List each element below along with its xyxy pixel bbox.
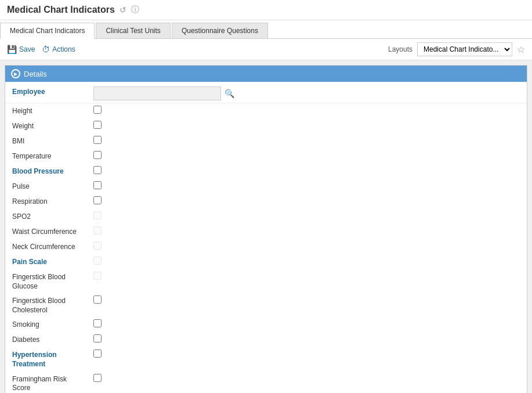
control-respiration xyxy=(93,196,520,204)
form-body: Employee 🔍 Height Weight xyxy=(5,82,527,393)
checkbox-waist-circumference[interactable] xyxy=(93,226,102,235)
label-spo2: SPO2 xyxy=(12,211,93,222)
form-row-weight: Weight xyxy=(5,118,527,134)
checkbox-pulse[interactable] xyxy=(93,181,102,189)
checkbox-pain-scale[interactable] xyxy=(93,257,102,265)
label-employee: Employee xyxy=(12,86,93,97)
control-blood-pressure xyxy=(93,166,520,174)
star-icon[interactable]: ☆ xyxy=(517,44,525,55)
control-weight xyxy=(93,121,520,129)
checkbox-neck-circumference[interactable] xyxy=(93,241,102,250)
label-smoking: Smoking xyxy=(12,319,93,330)
label-fingerstick-blood-cholesterol: Fingerstick BloodCholesterol xyxy=(12,295,93,315)
label-waist-circumference: Waist Circumference xyxy=(12,226,93,237)
tab-medical-chart[interactable]: Medical Chart Indicators xyxy=(0,23,95,39)
control-diabetes xyxy=(93,334,520,342)
toolbar-left: 💾 Save ⏱ Actions xyxy=(7,45,75,54)
form-row-diabetes: Diabetes xyxy=(5,332,527,347)
label-neck-circumference: Neck Circumference xyxy=(12,241,93,252)
control-smoking xyxy=(93,319,520,327)
control-employee: 🔍 xyxy=(93,86,520,100)
checkbox-fingerstick-blood-glucose[interactable] xyxy=(93,272,102,280)
checkbox-respiration[interactable] xyxy=(93,196,102,204)
section-title: Details xyxy=(24,70,47,78)
form-row-height: Height xyxy=(5,103,527,118)
label-bmi: BMI xyxy=(12,136,93,146)
form-row-framingham-risk-score: Framingham RiskScore xyxy=(5,372,527,393)
label-diabetes: Diabetes xyxy=(12,334,93,345)
checkbox-blood-pressure[interactable] xyxy=(93,166,102,174)
label-respiration: Respiration xyxy=(12,196,93,207)
control-fingerstick-blood-glucose xyxy=(93,272,520,280)
control-hypertension-treatment xyxy=(93,349,520,358)
label-pain-scale: Pain Scale xyxy=(12,257,93,267)
form-row-hypertension-treatment: HypertensionTreatment xyxy=(5,347,527,371)
label-height: Height xyxy=(12,106,93,116)
label-weight: Weight xyxy=(12,121,93,131)
form-row-respiration: Respiration xyxy=(5,194,527,209)
app-header: Medical Chart Indicators ↺ ⓘ xyxy=(0,0,532,20)
label-framingham-risk-score: Framingham RiskScore xyxy=(12,374,93,393)
refresh-icon[interactable]: ↺ xyxy=(120,5,126,15)
form-row-temperature: Temperature xyxy=(5,149,527,164)
form-row-pain-scale: Pain Scale xyxy=(5,254,527,269)
actions-button[interactable]: ⏱ Actions xyxy=(42,45,75,54)
control-neck-circumference xyxy=(93,241,520,250)
section-header: ▶ Details xyxy=(5,66,527,82)
actions-icon: ⏱ xyxy=(42,45,50,54)
label-hypertension-treatment: HypertensionTreatment xyxy=(12,349,93,369)
tab-clinical-test[interactable]: Clinical Test Units xyxy=(96,23,170,38)
control-bmi xyxy=(93,136,520,144)
checkbox-spo2[interactable] xyxy=(93,211,102,219)
save-label: Save xyxy=(19,45,35,53)
form-row-fingerstick-blood-cholesterol: Fingerstick BloodCholesterol xyxy=(5,293,527,317)
form-row-blood-pressure: Blood Pressure xyxy=(5,164,527,179)
checkbox-hypertension-treatment[interactable] xyxy=(93,349,102,358)
label-blood-pressure: Blood Pressure xyxy=(12,166,93,176)
control-temperature xyxy=(93,151,520,159)
label-pulse: Pulse xyxy=(12,181,93,192)
info-icon[interactable]: ⓘ xyxy=(131,5,139,15)
play-icon: ▶ xyxy=(11,69,20,78)
control-height xyxy=(93,106,520,114)
employee-input[interactable] xyxy=(93,86,221,100)
label-temperature: Temperature xyxy=(12,151,93,161)
save-icon: 💾 xyxy=(7,45,17,54)
layouts-select[interactable]: Medical Chart Indicato... xyxy=(417,42,512,56)
control-pain-scale xyxy=(93,257,520,265)
checkbox-temperature[interactable] xyxy=(93,151,102,159)
actions-label: Actions xyxy=(52,45,75,53)
form-row-employee: Employee 🔍 xyxy=(5,84,527,103)
checkbox-weight[interactable] xyxy=(93,121,102,129)
employee-search-button[interactable]: 🔍 xyxy=(225,89,234,98)
form-row-waist-circumference: Waist Circumference xyxy=(5,224,527,239)
toolbar: 💾 Save ⏱ Actions Layouts Medical Chart I… xyxy=(0,39,532,60)
label-fingerstick-blood-glucose: Fingerstick BloodGlucose xyxy=(12,272,93,291)
checkbox-height[interactable] xyxy=(93,106,102,114)
checkbox-fingerstick-blood-cholesterol[interactable] xyxy=(93,295,102,304)
control-framingham-risk-score xyxy=(93,374,520,382)
toolbar-right: Layouts Medical Chart Indicato... ☆ xyxy=(388,42,525,56)
main-content: ▶ Details Employee 🔍 Height xyxy=(5,65,527,393)
tabs-bar: Medical Chart Indicators Clinical Test U… xyxy=(0,20,532,39)
form-row-pulse: Pulse xyxy=(5,179,527,194)
control-waist-circumference xyxy=(93,226,520,235)
form-row-fingerstick-blood-glucose: Fingerstick BloodGlucose xyxy=(5,269,527,293)
save-button[interactable]: 💾 Save xyxy=(7,45,35,54)
control-pulse xyxy=(93,181,520,189)
app-container: Medical Chart Indicators ↺ ⓘ Medical Cha… xyxy=(0,0,532,393)
control-fingerstick-blood-cholesterol xyxy=(93,295,520,304)
control-spo2 xyxy=(93,211,520,219)
checkbox-smoking[interactable] xyxy=(93,319,102,327)
form-row-smoking: Smoking xyxy=(5,317,527,332)
checkbox-framingham-risk-score[interactable] xyxy=(93,374,102,382)
form-row-spo2: SPO2 xyxy=(5,209,527,224)
layouts-label: Layouts xyxy=(388,45,412,53)
checkbox-bmi[interactable] xyxy=(93,136,102,144)
tab-questionnaire[interactable]: Questionnaire Questions xyxy=(172,23,268,38)
form-row-bmi: BMI xyxy=(5,134,527,149)
checkbox-diabetes[interactable] xyxy=(93,334,102,342)
form-row-neck-circumference: Neck Circumference xyxy=(5,239,527,254)
app-title: Medical Chart Indicators xyxy=(7,5,115,15)
